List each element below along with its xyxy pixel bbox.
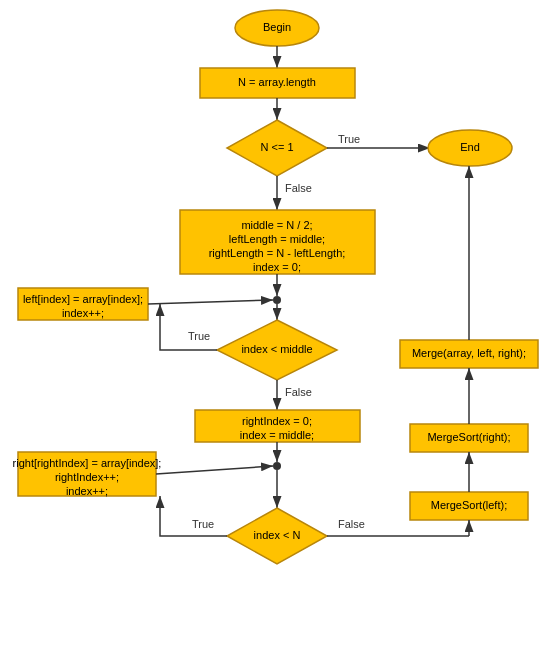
merge-label: Merge(array, left, right); (412, 347, 526, 359)
arrow-true-right (160, 496, 227, 536)
false-label-1: False (285, 182, 312, 194)
junction-dot-2 (273, 462, 281, 470)
index-lt-n-label: index < N (254, 529, 301, 541)
right-init-line2: index = middle; (240, 429, 314, 441)
false-label-2: False (285, 386, 312, 398)
init-vars-line3: rightLength = N - leftLength; (209, 247, 346, 259)
right-assign-line3: index++; (66, 485, 108, 497)
left-assign-line2: index++; (62, 307, 104, 319)
arrow-left-junction (148, 300, 273, 304)
mergesort-right-label: MergeSort(right); (427, 431, 510, 443)
mergesort-left-label: MergeSort(left); (431, 499, 507, 511)
right-assign-line2: rightIndex++; (55, 471, 119, 483)
true-label-3: True (192, 518, 214, 530)
n-assign-label: N = array.length (238, 76, 316, 88)
init-vars-line4: index = 0; (253, 261, 301, 273)
n-le-1-label: N <= 1 (260, 141, 293, 153)
arrow-true-left (160, 304, 217, 350)
true-label-2: True (188, 330, 210, 342)
init-vars-line2: leftLength = middle; (229, 233, 325, 245)
right-assign-line1: right[rightIndex] = array[index]; (13, 457, 162, 469)
init-vars-line1: middle = N / 2; (241, 219, 312, 231)
false-label-3: False (338, 518, 365, 530)
begin-label: Begin (263, 21, 291, 33)
junction-dot-1 (273, 296, 281, 304)
arrow-right-junc2 (156, 466, 273, 474)
end-label: End (460, 141, 480, 153)
true-label-1: True (338, 133, 360, 145)
index-lt-middle-label: index < middle (241, 343, 312, 355)
left-assign-line1: left[index] = array[index]; (23, 293, 143, 305)
right-init-line1: rightIndex = 0; (242, 415, 312, 427)
